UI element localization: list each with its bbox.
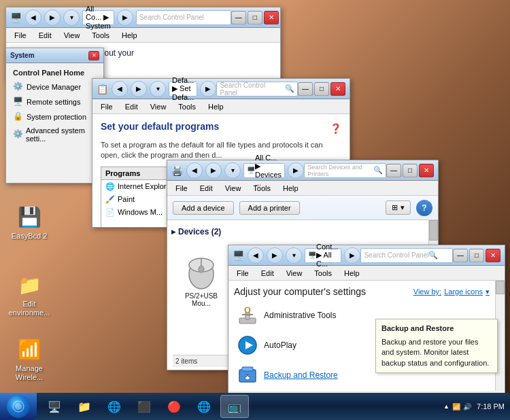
tray-network-icon[interactable]: 📶 [452, 403, 460, 410]
system-nav-go[interactable]: ▶ [117, 10, 133, 26]
dp-menu: File Edit View Tools Help [92, 99, 350, 114]
devices-help-btn[interactable]: ? [416, 200, 432, 216]
cp-nav-back[interactable]: ◀ [248, 247, 264, 264]
devices-menu-edit[interactable]: Edit [194, 183, 218, 194]
system-nav-back[interactable]: ◀ [25, 10, 41, 26]
easybcd-label: EasyBcd 2 [12, 232, 48, 241]
cp-front-titlebar[interactable]: 🖥️ All Control Panel Items ◀ ▶ ▾ 🖥️ Cont… [228, 245, 505, 266]
left-panel-device-manager[interactable]: ⚙️ Device Manager [9, 80, 101, 94]
devices-view-options-btn[interactable]: ⊞ ▾ [386, 200, 411, 215]
dp-address-field[interactable]: Defa... ▶ Set Defa... [169, 82, 197, 97]
devices-menu-file[interactable]: File [170, 183, 193, 194]
devices-nav-forward[interactable]: ▶ [205, 162, 222, 179]
devices-minimize-btn[interactable]: — [386, 164, 401, 177]
desktop-icon-edit-environment[interactable]: 📁 Edit environme... [5, 268, 53, 320]
devices-maximize-btn[interactable]: □ [403, 164, 418, 177]
cp-scrollbar-thumb[interactable] [496, 281, 505, 294]
dp-menu-view[interactable]: View [145, 101, 172, 112]
default-programs-titlebar[interactable]: 📋 Set Default Programs ◀ ▶ ▾ Defa... ▶ S… [92, 79, 350, 99]
start-button[interactable] [0, 393, 37, 420]
dp-minimize-btn[interactable]: — [298, 82, 313, 96]
dp-menu-edit[interactable]: Edit [120, 101, 143, 112]
left-panel-advanced-settings[interactable]: ⚙️ Advanced system setti... [9, 124, 101, 145]
system-maximize-btn[interactable]: □ [248, 11, 262, 24]
add-printer-btn[interactable]: Add a printer [239, 201, 300, 215]
dp-menu-tools[interactable]: Tools [173, 101, 201, 112]
dp-nav-go[interactable]: ▶ [200, 81, 216, 97]
cp-menu-file[interactable]: File [231, 268, 254, 279]
devices-close-btn[interactable]: ✕ [419, 164, 434, 177]
device-mouse[interactable]: PS/2+USB Mou... [174, 246, 228, 310]
dp-menu-help[interactable]: Help [203, 101, 229, 112]
system-address-field[interactable]: All Co... ▶ System [82, 10, 114, 25]
taskbar-avast[interactable]: 🔴 [160, 395, 188, 418]
dp-help-icon[interactable]: ❓ [330, 123, 341, 134]
cp-maximize-btn[interactable]: □ [469, 249, 484, 262]
system-close-btn[interactable]: ✕ [264, 11, 279, 24]
folder-icon: 📁 [76, 398, 92, 415]
dp-window-controls: — □ ✕ [298, 82, 345, 96]
winmedia-icon: 📄 [105, 208, 115, 217]
taskbar-ie2[interactable]: 🌐 [190, 395, 218, 418]
taskbar-cmd[interactable]: ⬛ [131, 395, 158, 418]
system-menu-help[interactable]: Help [116, 30, 143, 41]
wireless-label: Manage Wirele... [8, 364, 50, 382]
tray-clock[interactable]: 7:18 PM [477, 402, 505, 410]
devices-nav-back[interactable]: ◀ [186, 162, 203, 179]
dp-close-btn[interactable]: ✕ [330, 82, 345, 96]
dp-maximize-btn[interactable]: □ [314, 82, 329, 96]
desktop-icon-easybcd[interactable]: 💾 EasyBcd 2 [5, 200, 53, 243]
system-menu-edit[interactable]: Edit [33, 30, 57, 41]
taskbar-show-desktop[interactable]: 🖥️ [41, 395, 68, 418]
system-menu-file[interactable]: File [9, 30, 32, 41]
cp-nav-recent[interactable]: ▾ [286, 247, 302, 264]
dp-nav-recent[interactable]: ▾ [150, 81, 166, 97]
dp-search-field[interactable]: Search Control Panel 🔍 [216, 82, 298, 97]
left-panel-system-protection[interactable]: 🔒 System protection [9, 109, 101, 124]
svg-rect-12 [242, 314, 253, 315]
devices-nav-recent[interactable]: ▾ [224, 162, 241, 179]
dp-nav-back[interactable]: ◀ [112, 81, 128, 97]
cp-search-field[interactable]: Search Control Panel 🔍 [360, 248, 453, 263]
cp-menu-help[interactable]: Help [339, 268, 365, 279]
tray-show-icon[interactable]: ▲ [443, 403, 449, 410]
taskbar-tv[interactable]: 📺 [220, 395, 249, 418]
cp-address-field[interactable]: 🖥️ Cont... ▶ All C... [305, 248, 341, 263]
devices-search-field[interactable]: Search Devices and Printers 🔍 [304, 163, 386, 178]
system-menu-tools[interactable]: Tools [86, 30, 115, 41]
show-desktop-icon: 🖥️ [46, 398, 63, 415]
cp-viewby-value[interactable]: Large icons [444, 287, 483, 296]
system-titlebar[interactable]: 🖥️ System ◀ ▶ ▾ All Co... ▶ System ▶ Sea… [6, 7, 280, 28]
devices-titlebar[interactable]: 🖨️ Devices and Printers ◀ ▶ ▾ 🖥️ All C..… [167, 160, 438, 181]
scrollbar-thumb[interactable] [429, 220, 438, 241]
system-minimize-btn[interactable]: — [231, 11, 246, 24]
cp-menu-view[interactable]: View [281, 268, 308, 279]
devices-menu-tools[interactable]: Tools [248, 183, 276, 194]
taskbar-ie[interactable]: 🌐 [101, 395, 128, 418]
devices-menu-view[interactable]: View [220, 183, 247, 194]
system-nav-forward[interactable]: ▶ [44, 10, 61, 26]
add-device-btn[interactable]: Add a device [173, 201, 234, 215]
backup-restore-label[interactable]: Backup and Restore [264, 370, 338, 380]
cp-nav-go[interactable]: ▶ [344, 247, 360, 264]
devices-nav-go[interactable]: ▶ [288, 162, 304, 179]
left-panel-remote-settings[interactable]: 🖥️ Remote settings [9, 94, 101, 109]
dp-heading: Set your default programs [101, 121, 219, 132]
dp-menu-file[interactable]: File [95, 101, 118, 112]
system-nav-recent[interactable]: ▾ [63, 10, 80, 26]
system-menu-view[interactable]: View [58, 30, 86, 41]
cp-nav-forward[interactable]: ▶ [267, 247, 283, 264]
cp-menu-tools[interactable]: Tools [309, 268, 337, 279]
cp-menu-edit[interactable]: Edit [256, 268, 279, 279]
left-panel-close-btn[interactable]: ✕ [88, 51, 99, 60]
tray-volume-icon[interactable]: 🔊 [463, 403, 471, 410]
system-search-field[interactable]: Search Control Panel [136, 10, 231, 25]
autoplay-label: AutoPlay [264, 340, 296, 350]
desktop-icon-manage-wireless[interactable]: 📶 Manage Wirele... [5, 333, 53, 385]
devices-address-field[interactable]: 🖥️ All C... ▶ Devices ... [243, 163, 285, 178]
devices-menu-help[interactable]: Help [277, 183, 304, 194]
cp-close-btn[interactable]: ✕ [486, 249, 500, 262]
cp-minimize-btn[interactable]: — [453, 249, 468, 262]
dp-nav-forward[interactable]: ▶ [131, 81, 147, 97]
taskbar-folder[interactable]: 📁 [71, 395, 98, 418]
